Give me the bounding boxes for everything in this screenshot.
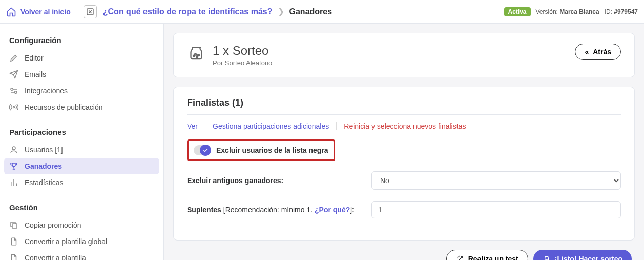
- exclude-old-row: Excluir antiguos ganadores: No: [187, 171, 621, 190]
- home-link[interactable]: Volver al inicio: [6, 7, 71, 17]
- version-label: Versión: Marca Blanca: [536, 8, 599, 15]
- sidebar-item-integrations[interactable]: Integraciones: [0, 83, 163, 99]
- broadcast-icon: [9, 103, 18, 112]
- file-icon: [9, 253, 18, 260]
- footer-actions: Realiza un test ¡Listo! Hacer sorteo: [173, 250, 635, 260]
- tab-manage[interactable]: Gestiona participaciones adicionales: [205, 122, 336, 130]
- home-label: Volver al inicio: [20, 8, 71, 16]
- separator: [77, 4, 77, 19]
- chevron-right-icon: ❯: [278, 7, 284, 16]
- svg-point-3: [13, 107, 15, 108]
- status-badge: Activa: [504, 7, 531, 16]
- home-icon: [6, 7, 16, 17]
- sidebar-section-config: Configuración: [0, 33, 163, 50]
- back-button[interactable]: « Atrás: [575, 44, 621, 60]
- tab-reset[interactable]: Reinicia y selecciona nuevos finalistas: [337, 122, 473, 130]
- blacklist-label: Excluir usuarios de la lista negra: [216, 146, 328, 154]
- exclude-old-select[interactable]: No: [371, 171, 621, 190]
- topbar-right: Activa Versión: Marca Blanca ID: #979547: [504, 7, 638, 16]
- check-icon: [202, 147, 209, 153]
- svg-point-9: [198, 54, 199, 56]
- jar-icon: [187, 44, 205, 62]
- run-draw-button[interactable]: ¡Listo! Hacer sorteo: [533, 250, 632, 260]
- svg-point-7: [196, 56, 198, 57]
- pencil-icon: [9, 53, 18, 63]
- why-link[interactable]: ¿Por qué?: [315, 206, 350, 214]
- svg-point-6: [193, 55, 195, 57]
- sidebar-item-editor[interactable]: Editor: [0, 50, 163, 66]
- tab-view[interactable]: Ver: [187, 122, 205, 130]
- breadcrumb-title[interactable]: ¿Con qué estilo de ropa te identificas m…: [103, 7, 273, 16]
- sidebar-item-copy[interactable]: Copiar promoción: [0, 217, 163, 233]
- svg-point-2: [15, 91, 17, 94]
- header-card: 1 x Sorteo Por Sorteo Aleatorio « Atrás: [173, 33, 635, 77]
- card-subtitle: Por Sorteo Aleatorio: [213, 59, 272, 67]
- sidebar-item-stats[interactable]: Estadísticas: [0, 174, 163, 191]
- sidebar-item-emails[interactable]: Emails: [0, 66, 163, 83]
- wand-icon: [456, 255, 464, 260]
- copy-icon: [9, 221, 18, 230]
- svg-rect-5: [12, 224, 17, 228]
- svg-point-4: [12, 147, 15, 150]
- substitutes-row: Suplentes [Recomendación: mínimo 1. ¿Por…: [187, 201, 621, 218]
- send-icon: [9, 70, 18, 79]
- sidebar-section-participations: Participaciones: [0, 125, 163, 142]
- id-label: ID: #979547: [605, 8, 638, 15]
- card-title: 1 x Sorteo: [213, 44, 272, 58]
- breadcrumb-current: Ganadores: [289, 7, 333, 16]
- sidebar-item-template-global[interactable]: Convertir a plantilla global: [0, 233, 163, 250]
- file-icon: [9, 237, 18, 246]
- test-button[interactable]: Realiza un test: [446, 250, 528, 260]
- sidebar-section-management: Gestión: [0, 200, 163, 217]
- sidebar: Configuración Editor Emails Integracione…: [0, 24, 164, 260]
- jar-icon: [543, 255, 551, 260]
- user-icon: [9, 145, 18, 154]
- finalists-tabs: Ver Gestiona participaciones adicionales…: [187, 122, 621, 130]
- divider: [187, 114, 621, 115]
- trophy-icon: [9, 162, 18, 171]
- main: 1 x Sorteo Por Sorteo Aleatorio « Atrás …: [164, 24, 644, 260]
- sidebar-item-template[interactable]: Convertir a plantilla: [0, 250, 163, 260]
- sidebar-item-users[interactable]: Usuarios [1]: [0, 142, 163, 158]
- substitutes-label: Suplentes [Recomendación: mínimo 1. ¿Por…: [187, 206, 361, 214]
- sidebar-item-publish[interactable]: Recursos de publicación: [0, 99, 163, 115]
- finalists-card: Finalistas (1) Ver Gestiona participacio…: [173, 87, 635, 241]
- chevron-left-icon: «: [585, 48, 589, 56]
- blacklist-highlight: Excluir usuarios de la lista negra: [187, 139, 335, 161]
- stats-icon: [9, 178, 18, 187]
- blacklist-toggle[interactable]: [194, 145, 211, 155]
- finalists-heading: Finalistas (1): [187, 97, 621, 108]
- exclude-old-label: Excluir antiguos ganadores:: [187, 176, 361, 185]
- substitutes-input[interactable]: [371, 201, 621, 218]
- sidebar-item-winners[interactable]: Ganadores: [4, 158, 159, 174]
- wizard-type-icon[interactable]: [84, 5, 97, 18]
- integrations-icon: [9, 86, 18, 95]
- svg-point-8: [195, 54, 196, 55]
- breadcrumb: ¿Con qué estilo de ropa te identificas m…: [103, 7, 498, 16]
- topbar: Volver al inicio ¿Con qué estilo de ropa…: [0, 0, 644, 24]
- svg-point-1: [11, 88, 13, 91]
